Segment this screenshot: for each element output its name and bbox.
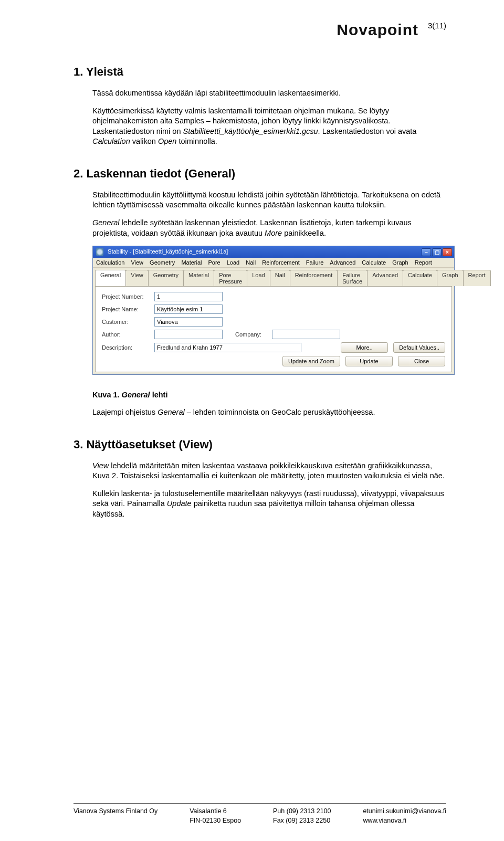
input-description[interactable]	[154, 343, 301, 352]
s2-p3: Laajempi ohjeistus General – lehden toim…	[92, 407, 446, 418]
s1-p2: Käyttöesimerkissä käytetty valmis lasken…	[92, 106, 446, 147]
stability-app-window: Stability - [Stabiliteetti_käyttöohje_es…	[92, 246, 455, 375]
menu-reinforcement[interactable]: Reinforcement	[262, 259, 300, 266]
footer-company: Vianova Systems Finland Oy	[74, 807, 158, 825]
close-panel-button[interactable]: Close	[398, 356, 445, 366]
minimize-button[interactable]: –	[422, 248, 431, 256]
s1-p2-open: Open	[158, 137, 176, 145]
menu-geometry[interactable]: Geometry	[150, 259, 175, 266]
tab-report[interactable]: Report	[463, 270, 491, 286]
tab-general[interactable]: General	[95, 270, 126, 286]
menu-view[interactable]: View	[131, 259, 143, 266]
figure-1-caption: Kuva 1. General lehti	[92, 391, 446, 399]
label-description: Description:	[102, 344, 154, 351]
fig1-label: Kuva 1.	[92, 391, 122, 399]
menu-calculation[interactable]: Calculation	[96, 259, 124, 266]
tab-pore-pressure[interactable]: Pore Pressure	[214, 270, 247, 286]
section-3-title: 3. Näyttöasetukset (View)	[74, 438, 446, 451]
maximize-button[interactable]: ▢	[432, 248, 442, 256]
page-header: Novapoint 3(11)	[74, 21, 446, 39]
s2-p3-a: Laajempi ohjeistus	[92, 408, 158, 416]
update-button[interactable]: Update	[345, 356, 393, 366]
label-author: Author:	[102, 331, 154, 338]
tab-load[interactable]: Load	[247, 270, 270, 286]
update-and-zoom-button[interactable]: Update and Zoom	[282, 356, 340, 366]
menu-advanced[interactable]: Advanced	[330, 259, 355, 266]
s3-p1: View lehdellä määritetään miten laskenta…	[92, 461, 446, 481]
s1-p2-b: . Laskentatiedoston voi avata	[318, 127, 417, 135]
menu-graph[interactable]: Graph	[392, 259, 408, 266]
s2-p3-c: – lehden toiminnoista on GeoCalc peruskä…	[185, 408, 375, 416]
s3-p1-view: View	[92, 461, 109, 470]
fig1-suffix: lehti	[150, 391, 168, 399]
s2-p2-c: painikkeella.	[282, 229, 326, 237]
tab-graph[interactable]: Graph	[437, 270, 464, 286]
tab-failure-surface[interactable]: Failure Surface	[337, 270, 368, 286]
section-2-title: 2. Laskennan tiedot (General)	[74, 167, 446, 181]
label-customer: Customer:	[102, 319, 154, 325]
s1-p2-file: Stabiliteetti_käyttöohje_esimerkki1.gcsu	[183, 127, 318, 135]
s3-p2: Kullekin laskenta- ja tulostuselementill…	[92, 489, 446, 520]
close-button[interactable]: ×	[443, 248, 452, 256]
more-button[interactable]: More..	[341, 342, 388, 353]
footer-divider	[74, 803, 446, 804]
s2-p2-general: General	[92, 218, 120, 227]
s2-p3-general: General	[158, 408, 185, 416]
menu-nail[interactable]: Nail	[246, 259, 256, 266]
tab-nail[interactable]: Nail	[270, 270, 290, 286]
footer-address: Vaisalantie 6 FIN-02130 Espoo	[190, 807, 241, 825]
menu-report[interactable]: Report	[415, 259, 432, 266]
label-company: Company:	[235, 331, 272, 338]
window-titlebar: Stability - [Stabiliteetti_käyttöohje_es…	[93, 246, 454, 258]
s1-p2-d: toiminnolla.	[176, 137, 217, 145]
page-number: 3(11)	[428, 21, 446, 30]
tab-advanced[interactable]: Advanced	[367, 270, 403, 286]
input-author[interactable]	[154, 330, 223, 339]
label-project-name: Project Name:	[102, 306, 154, 312]
tab-body-general: Project Number: Project Name: Customer: …	[95, 286, 452, 372]
logo-text: Novapoint	[337, 21, 418, 39]
menubar: Calculation View Geometry Material Pore …	[93, 258, 454, 268]
s1-p2-calc: Calculation	[92, 137, 130, 145]
menu-calculate[interactable]: Calculate	[362, 259, 386, 266]
s3-p2-update: Update	[167, 499, 192, 508]
label-project-number: Project Number:	[102, 293, 154, 300]
tab-geometry[interactable]: Geometry	[148, 270, 184, 286]
footer-phone: Puh (09) 2313 2100 Fax (09) 2313 2250	[273, 807, 331, 825]
menu-material[interactable]: Material	[181, 259, 202, 266]
s2-p2: General lehdelle syötetään laskennan yle…	[92, 218, 446, 238]
s1-p1: Tässä dokumentissa käydään läpi stabilit…	[92, 88, 446, 99]
input-customer[interactable]	[154, 317, 223, 327]
s2-p1: Stabiliteettimoduulin käyttöliittymä koo…	[92, 190, 446, 211]
s2-p2-more: More	[265, 229, 282, 237]
input-project-name[interactable]	[154, 304, 223, 314]
tab-view[interactable]: View	[125, 270, 149, 286]
footer-email: etunimi.sukunimi@vianova.fi www.vianova.…	[363, 807, 446, 825]
default-values-button[interactable]: Default Values..	[393, 342, 445, 353]
menu-load[interactable]: Load	[227, 259, 239, 266]
input-project-number[interactable]	[154, 292, 223, 301]
app-icon	[96, 248, 103, 256]
tab-material[interactable]: Material	[183, 270, 214, 286]
s2-p2-a: lehdelle syötetään laskennan yleistiedot…	[92, 218, 412, 237]
tab-strip: General View Geometry Material Pore Pres…	[93, 268, 454, 286]
s3-p1-a: lehdellä määritetään miten laskentaa vas…	[92, 461, 445, 480]
menu-failure[interactable]: Failure	[306, 259, 324, 266]
tab-calculate[interactable]: Calculate	[403, 270, 437, 286]
menu-pore[interactable]: Pore	[208, 259, 220, 266]
window-title: Stability - [Stabiliteetti_käyttöohje_es…	[108, 248, 228, 255]
input-company[interactable]	[272, 330, 340, 339]
tab-reinforcement[interactable]: Reinforcement	[290, 270, 338, 286]
s1-p2-c: valikon	[130, 137, 158, 145]
section-1-title: 1. Yleistä	[74, 65, 446, 79]
fig1-general: General	[122, 391, 150, 399]
page-footer: Vianova Systems Finland Oy Vaisalantie 6…	[0, 803, 504, 825]
